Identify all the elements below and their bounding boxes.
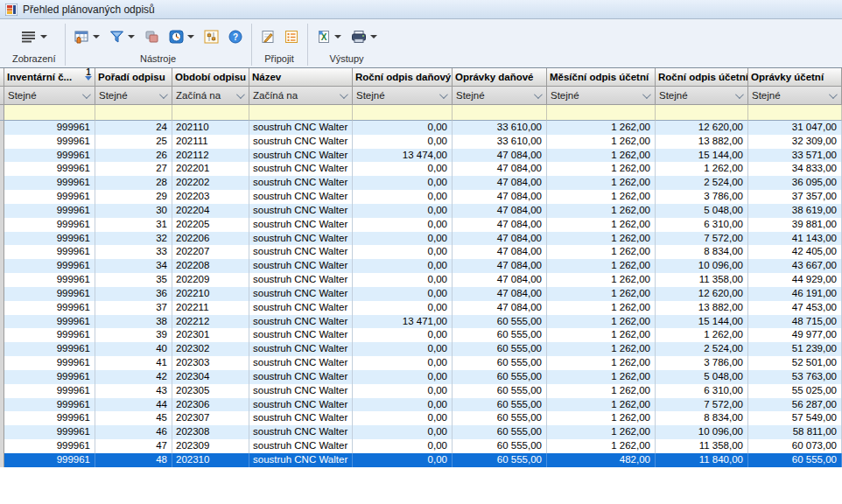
- chevron-down-icon[interactable]: [159, 90, 168, 99]
- chevron-down-icon[interactable]: [439, 90, 448, 99]
- cell[interactable]: soustruh CNC Walter: [249, 425, 353, 439]
- chevron-down-icon[interactable]: [642, 90, 651, 99]
- cell[interactable]: soustruh CNC Walter: [249, 356, 353, 370]
- cell[interactable]: soustruh CNC Walter: [249, 453, 353, 467]
- cell[interactable]: 47 084,00: [453, 204, 547, 218]
- cell[interactable]: 202305: [172, 384, 249, 398]
- column-header-8[interactable]: Oprávky účetní: [748, 68, 842, 87]
- cell[interactable]: 0,00: [353, 121, 453, 135]
- cell[interactable]: 47 084,00: [453, 301, 547, 315]
- cell[interactable]: 45: [95, 411, 172, 425]
- cell[interactable]: 13 882,00: [656, 301, 748, 315]
- cell[interactable]: 202309: [172, 439, 249, 453]
- cell[interactable]: 60 555,00: [453, 411, 547, 425]
- filter-dropdown-3[interactable]: Začíná na: [249, 87, 353, 105]
- cell[interactable]: 1 262,00: [547, 121, 656, 135]
- cell[interactable]: soustruh CNC Walter: [249, 328, 353, 342]
- cell[interactable]: 11 840,00: [656, 453, 748, 467]
- copy-pages-button[interactable]: [144, 30, 159, 44]
- cell[interactable]: 44: [95, 398, 172, 412]
- filter-input-3[interactable]: [249, 105, 353, 121]
- column-header-7[interactable]: Roční odpis účetní: [656, 68, 748, 87]
- cell[interactable]: 202307: [172, 411, 249, 425]
- cell[interactable]: 999961: [4, 328, 95, 342]
- cell[interactable]: 5 048,00: [656, 370, 748, 384]
- cell[interactable]: 0,00: [353, 301, 453, 315]
- cell[interactable]: 13 474,00: [353, 149, 453, 163]
- column-header-0[interactable]: Inventární č...1: [4, 68, 95, 87]
- cell[interactable]: 8 834,00: [656, 245, 748, 259]
- cell[interactable]: 34 833,00: [748, 162, 842, 176]
- cell[interactable]: 38 619,00: [748, 204, 842, 218]
- cell[interactable]: 0,00: [353, 273, 453, 287]
- cell[interactable]: 33 610,00: [453, 121, 547, 135]
- cell[interactable]: 999961: [4, 425, 95, 439]
- cell[interactable]: 202211: [172, 301, 249, 315]
- cell[interactable]: 999961: [4, 190, 95, 204]
- filter-input-6[interactable]: [547, 105, 656, 121]
- chevron-down-icon[interactable]: [128, 35, 135, 38]
- cell[interactable]: 1 262,00: [547, 328, 656, 342]
- cell[interactable]: 202202: [172, 176, 249, 190]
- cell[interactable]: 60 555,00: [453, 384, 547, 398]
- cell[interactable]: 41 143,00: [748, 232, 842, 246]
- cell[interactable]: 1 262,00: [547, 342, 656, 356]
- cell[interactable]: 0,00: [353, 439, 453, 453]
- cell[interactable]: soustruh CNC Walter: [249, 287, 353, 301]
- cell[interactable]: 31: [95, 218, 172, 232]
- cell[interactable]: 33 571,00: [748, 149, 842, 163]
- cell[interactable]: 60 555,00: [453, 356, 547, 370]
- cell[interactable]: 15 144,00: [656, 149, 748, 163]
- cell[interactable]: 202111: [172, 135, 249, 149]
- chevron-down-icon[interactable]: [82, 90, 91, 99]
- filter-input-7[interactable]: [656, 105, 748, 121]
- filter-input-4[interactable]: [353, 105, 453, 121]
- cell[interactable]: soustruh CNC Walter: [249, 384, 353, 398]
- cell[interactable]: 999961: [4, 176, 95, 190]
- cell[interactable]: 1 262,00: [547, 135, 656, 149]
- cell[interactable]: 202304: [172, 370, 249, 384]
- cell[interactable]: 999961: [4, 411, 95, 425]
- note-edit-button[interactable]: [261, 30, 275, 44]
- cell[interactable]: 1 262,00: [656, 328, 748, 342]
- cell[interactable]: 999961: [4, 273, 95, 287]
- cell[interactable]: 44 929,00: [748, 273, 842, 287]
- cell[interactable]: 60 073,00: [748, 439, 842, 453]
- cell[interactable]: 55 025,00: [748, 384, 842, 398]
- cell[interactable]: 32 309,00: [748, 135, 842, 149]
- cell[interactable]: 24: [95, 121, 172, 135]
- cell[interactable]: 0,00: [353, 162, 453, 176]
- cell[interactable]: 202205: [172, 218, 249, 232]
- cell[interactable]: 999961: [4, 384, 95, 398]
- cell[interactable]: 0,00: [353, 342, 453, 356]
- cell[interactable]: 0,00: [353, 411, 453, 425]
- filter-input-8[interactable]: [748, 105, 842, 121]
- filter-button[interactable]: [109, 30, 135, 44]
- cell[interactable]: 999961: [4, 439, 95, 453]
- cell[interactable]: 1 262,00: [547, 356, 656, 370]
- cell[interactable]: 35: [95, 273, 172, 287]
- cell[interactable]: soustruh CNC Walter: [249, 301, 353, 315]
- cell[interactable]: 1 262,00: [547, 232, 656, 246]
- cell[interactable]: 1 262,00: [547, 287, 656, 301]
- cell[interactable]: 43 667,00: [748, 259, 842, 273]
- cell[interactable]: 0,00: [353, 370, 453, 384]
- cell[interactable]: 30: [95, 204, 172, 218]
- cell[interactable]: soustruh CNC Walter: [249, 190, 353, 204]
- cell[interactable]: 999961: [4, 162, 95, 176]
- cell[interactable]: 46 191,00: [748, 287, 842, 301]
- cell[interactable]: soustruh CNC Walter: [249, 342, 353, 356]
- cell[interactable]: 32: [95, 232, 172, 246]
- cell[interactable]: 10 096,00: [656, 259, 748, 273]
- cell[interactable]: 6 310,00: [656, 218, 748, 232]
- cell[interactable]: soustruh CNC Walter: [249, 370, 353, 384]
- cell[interactable]: 38: [95, 315, 172, 329]
- cell[interactable]: 999961: [4, 245, 95, 259]
- cell[interactable]: 202112: [172, 149, 249, 163]
- cell[interactable]: 0,00: [353, 356, 453, 370]
- cell[interactable]: 47 084,00: [453, 162, 547, 176]
- cell[interactable]: 7 572,00: [656, 232, 748, 246]
- cell[interactable]: 1 262,00: [547, 411, 656, 425]
- cell[interactable]: 202201: [172, 162, 249, 176]
- filter-dropdown-0[interactable]: Stejné: [4, 87, 95, 105]
